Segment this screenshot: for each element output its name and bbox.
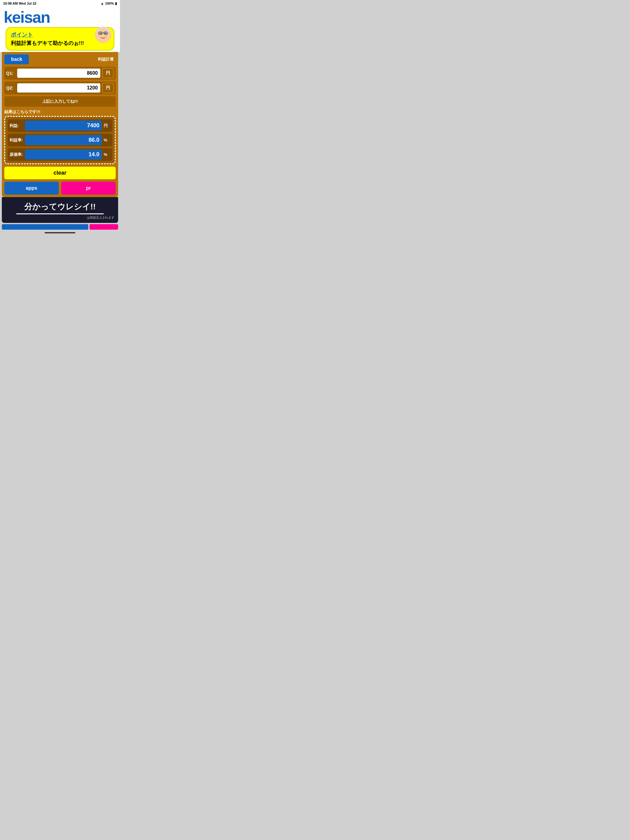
- result-profit-bar: 7400: [25, 120, 102, 131]
- result-profit-label: 利益:: [9, 123, 25, 128]
- status-bar: 10:08 AM Wed Jul 22 ▲ 100% ▮: [0, 0, 120, 7]
- svg-point-4: [105, 33, 106, 34]
- results-box: 利益: 7400 円 利益率: 86.0 % 原価率: 14.0 %: [4, 116, 116, 164]
- result-profit-rate-bar: 86.0: [25, 135, 102, 145]
- result-row-profit: 利益: 7400 円: [8, 119, 112, 132]
- status-time-date: 10:08 AM Wed Jul 22: [3, 2, 36, 5]
- q1-unit-btn[interactable]: 円: [102, 68, 114, 78]
- q2-unit-btn[interactable]: 円: [102, 83, 114, 93]
- q2-input[interactable]: [17, 83, 100, 93]
- svg-point-0: [95, 27, 111, 43]
- q2-label: Q2:: [6, 85, 17, 90]
- result-profit-rate-unit: %: [104, 138, 111, 142]
- status-indicators: ▲ 100% ▮: [101, 2, 117, 6]
- banner-footnote: は四捨五入されます: [6, 216, 114, 220]
- result-profit-value: 7400: [87, 122, 99, 129]
- results-section-label: 結果はこちらです!!!: [4, 109, 116, 115]
- banner-underline: [16, 213, 103, 214]
- prompt-bar: 上記に入力してね!!!: [4, 96, 116, 107]
- app-logo: keisan: [4, 9, 116, 25]
- tip-avatar: [95, 26, 112, 43]
- result-cost-rate-bar: 14.0: [25, 149, 102, 159]
- result-cost-rate-value: 14.0: [89, 151, 99, 158]
- back-button[interactable]: back: [4, 54, 29, 64]
- result-row-profit-rate: 利益率: 86.0 %: [8, 134, 112, 146]
- banner-main-text: 分かってウレシイ!!: [6, 201, 114, 212]
- strip-pink: [90, 224, 119, 230]
- result-cost-rate-label: 原価率:: [9, 152, 25, 158]
- tooltip-bubble: ポイント 利益計算もデキて助かるのぉ!!!: [6, 27, 114, 51]
- clear-button[interactable]: clear: [4, 167, 116, 179]
- calc-header: back 利益計算: [4, 54, 116, 64]
- svg-point-3: [100, 33, 101, 34]
- wifi-icon: ▲: [101, 2, 104, 5]
- q1-input[interactable]: [17, 69, 100, 78]
- result-row-cost-rate: 原価率: 14.0 %: [8, 148, 112, 161]
- bottom-buttons: apps pr: [4, 182, 116, 195]
- battery-text: 100%: [105, 2, 114, 5]
- calc-title: 利益計算: [98, 57, 114, 62]
- q1-label: Q1:: [6, 71, 17, 76]
- result-profit-rate-value: 86.0: [89, 137, 99, 143]
- strip-blue: [2, 224, 88, 230]
- result-profit-unit: 円: [104, 123, 111, 128]
- home-indicator: [44, 232, 75, 234]
- bottom-banner: 分かってウレシイ!! は四捨五入されます: [2, 197, 118, 223]
- battery-icon: ▮: [115, 2, 117, 6]
- q2-row: Q2: 円: [4, 82, 116, 95]
- color-strip: [2, 224, 118, 230]
- svg-point-7: [98, 35, 101, 37]
- q1-row: Q1: 円: [4, 67, 116, 80]
- result-cost-rate-unit: %: [104, 152, 111, 157]
- apps-button[interactable]: apps: [4, 182, 59, 195]
- pr-button[interactable]: pr: [61, 182, 116, 195]
- logo-area: keisan: [0, 7, 120, 52]
- result-profit-rate-label: 利益率:: [9, 137, 25, 143]
- calculator-area: back 利益計算 Q1: 円 Q2: 円 上記に入力してね!!! 結果はこちら…: [2, 52, 118, 197]
- svg-point-8: [105, 35, 108, 37]
